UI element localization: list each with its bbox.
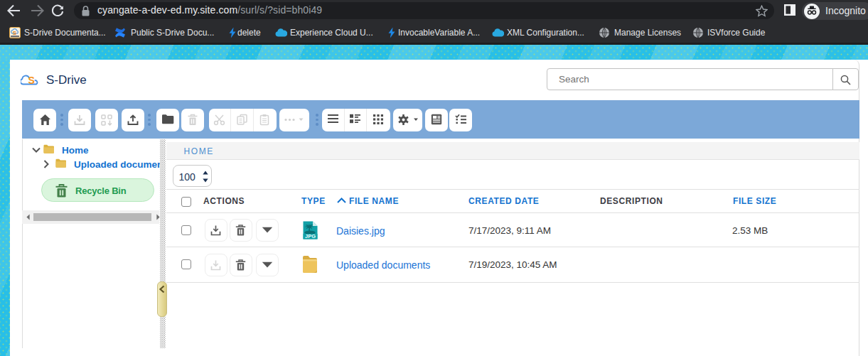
svg-text:S: S — [13, 30, 17, 36]
svg-text:S: S — [28, 75, 35, 86]
svg-text:JPG: JPG — [305, 233, 316, 239]
